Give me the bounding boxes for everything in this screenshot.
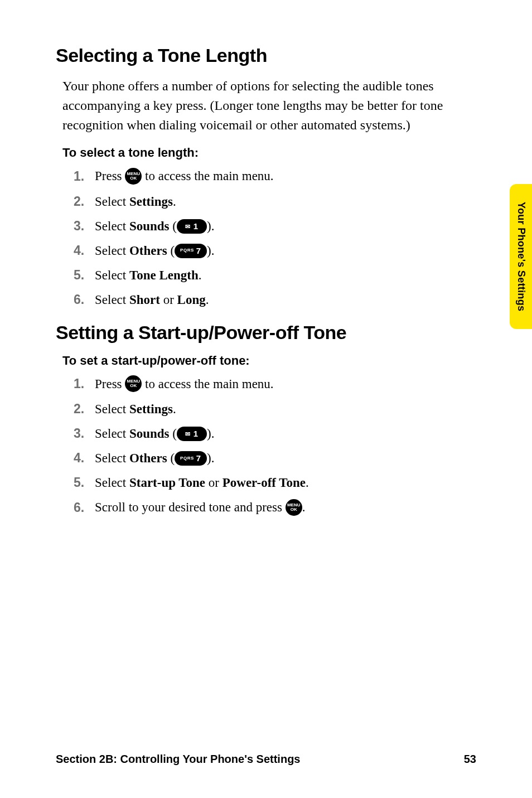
text: . [173,402,176,416]
bold-text: Tone Length [129,268,199,282]
bold-text: Power-off Tone [223,476,306,490]
bold-text: Settings [129,402,173,416]
key-label: 7 [196,245,201,257]
text: Press [95,377,125,391]
manual-page: Your Phone's Settings Selecting a Tone L… [0,0,532,798]
list-item: 3. Select Sounds (✉1). [74,218,476,235]
bold-text: Others [129,244,167,258]
step-number: 4. [74,450,95,467]
list-item: 3. Select Sounds (✉1). [74,425,476,442]
key-label: 1 [194,221,199,232]
step-number: 3. [74,425,95,442]
text: ). [207,244,214,258]
bold-text: Sounds [129,427,170,441]
footer-section: Section 2B: Controlling Your Phone's Set… [56,753,301,766]
text: Select [95,476,129,490]
text: ). [207,451,214,465]
side-tab-label: Your Phone's Settings [515,202,527,311]
menu-ok-key-icon: MENUOK [286,499,302,516]
text: ( [167,244,175,258]
key-1-icon: ✉1 [177,427,207,441]
step-body: Select Settings. [95,401,476,418]
step-body: Press MENUOK to access the main menu. [95,168,476,186]
text: ). [207,219,214,233]
key-1-icon: ✉1 [177,219,207,234]
steps-startup-tone: 1. Press MENUOK to access the main menu.… [56,376,476,517]
bold-text: Settings [129,195,173,209]
text: Press [95,169,125,183]
footer-page-number: 53 [464,753,476,766]
envelope-icon: ✉ [185,430,190,438]
side-tab: Your Phone's Settings [510,184,532,329]
step-body: Select Sounds (✉1). [95,425,476,442]
list-item: 4. Select Others (PQRS7). [74,243,476,259]
text: Select [95,293,129,307]
heading-tone-length: Selecting a Tone Length [56,45,476,66]
step-number: 4. [74,243,95,259]
intro-paragraph: Your phone offers a number of options fo… [56,76,476,134]
text: Select [95,268,129,282]
text: ). [207,427,214,441]
menu-ok-key-icon: MENUOK [125,375,142,392]
text: . [206,293,209,307]
step-body: Select Others (PQRS7). [95,450,476,467]
text: Select [95,219,129,233]
list-item: 1. Press MENUOK to access the main menu. [74,168,476,186]
key-sublabel: PQRS [180,248,194,253]
steps-tone-length: 1. Press MENUOK to access the main menu.… [56,168,476,308]
text: . [199,268,202,282]
text: Select [95,451,129,465]
text: Scroll to your desired tone and press [95,500,286,514]
list-item: 2. Select Settings. [74,194,476,210]
text: or [160,293,177,307]
heading-startup-tone: Setting a Start-up/Power-off Tone [56,322,476,344]
menu-ok-key-icon: MENUOK [125,168,142,185]
text: . [173,195,176,209]
text: Select [95,244,129,258]
key-label: 1 [194,428,199,439]
bold-text: Others [129,451,167,465]
list-item: 4. Select Others (PQRS7). [74,450,476,467]
step-body: Press MENUOK to access the main menu. [95,376,476,394]
step-number: 6. [74,500,95,516]
step-number: 1. [74,376,95,393]
envelope-icon: ✉ [185,223,190,230]
key-7-icon: PQRS7 [175,451,207,466]
step-number: 5. [74,267,95,284]
step-body: Select Others (PQRS7). [95,243,476,259]
text: or [205,476,223,490]
list-item: 5. Select Start-up Tone or Power-off Ton… [74,475,476,491]
bold-text: Start-up Tone [129,476,205,490]
list-item: 6. Select Short or Long. [74,292,476,308]
text: Select [95,427,129,441]
text: to access the main menu. [142,377,273,391]
step-number: 1. [74,168,95,185]
list-item: 2. Select Settings. [74,401,476,418]
key-7-icon: PQRS7 [175,244,207,258]
step-number: 5. [74,475,95,491]
step-number: 3. [74,218,95,235]
step-body: Select Start-up Tone or Power-off Tone. [95,475,476,491]
subheading-select-tone: To select a tone length: [56,146,476,160]
step-body: Select Tone Length. [95,267,476,284]
text: ( [170,219,177,233]
step-body: Select Short or Long. [95,292,476,308]
bold-text: Long [177,293,206,307]
step-number: 6. [74,292,95,308]
step-body: Select Settings. [95,194,476,210]
list-item: 5. Select Tone Length. [74,267,476,284]
page-footer: Section 2B: Controlling Your Phone's Set… [56,753,476,766]
bold-text: Sounds [129,219,170,233]
subheading-set-startup: To set a start-up/power-off tone: [56,354,476,368]
step-body: Select Sounds (✉1). [95,218,476,235]
list-item: 6. Scroll to your desired tone and press… [74,499,476,517]
step-body: Scroll to your desired tone and press ME… [95,499,476,517]
text: ( [167,451,175,465]
key-sublabel: PQRS [180,456,194,461]
bold-text: Short [129,293,160,307]
text: to access the main menu. [142,169,273,183]
step-number: 2. [74,194,95,210]
text: Select [95,195,129,209]
list-item: 1. Press MENUOK to access the main menu. [74,376,476,394]
text: Select [95,402,129,416]
